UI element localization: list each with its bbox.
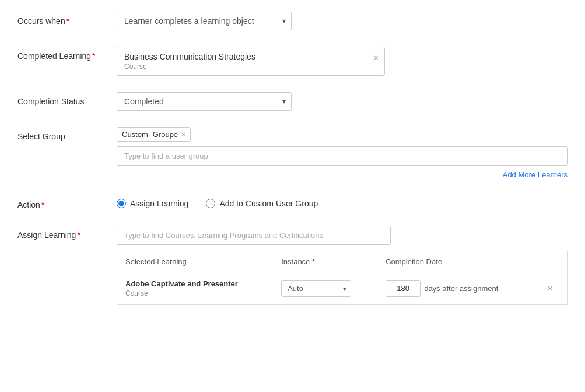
occurs-when-label: Occurs when* xyxy=(17,12,117,26)
assign-learning-label-text: Assign Learning xyxy=(17,230,76,240)
tags-area: Custom- Groupe × xyxy=(117,127,568,142)
completed-learning-label-text: Completed Learning xyxy=(17,51,91,61)
occurs-when-select-wrapper: Learner completes a learning object ▾ xyxy=(117,12,292,30)
action-assign-learning-label: Assign Learning xyxy=(130,199,188,208)
learning-table-header-row: Selected Learning Instance * Completion … xyxy=(117,251,568,272)
table-row-close-button[interactable]: × xyxy=(548,284,553,294)
completed-learning-required-star: * xyxy=(92,51,95,61)
instance-select[interactable]: Auto Manual xyxy=(281,280,351,297)
select-group-label: Select Group xyxy=(17,127,117,141)
action-add-to-group-option[interactable]: Add to Custom User Group xyxy=(206,199,318,208)
learning-table: Selected Learning Instance * Completion … xyxy=(117,251,568,305)
occurs-when-control: Learner completes a learning object ▾ xyxy=(117,12,568,30)
occurs-when-select[interactable]: Learner completes a learning object xyxy=(117,12,292,30)
learning-table-head: Selected Learning Instance * Completion … xyxy=(117,251,568,272)
action-add-to-group-radio[interactable] xyxy=(206,199,215,208)
assign-learning-row: Assign Learning* Selected Learning Insta… xyxy=(17,226,568,305)
user-group-search-input[interactable] xyxy=(117,146,568,166)
tag-custom-groupe: Custom- Groupe × xyxy=(117,127,191,142)
occurs-when-required-star: * xyxy=(66,16,69,26)
table-row: Adobe Captivate and Presenter Course Aut… xyxy=(117,272,568,305)
action-assign-learning-radio[interactable] xyxy=(117,199,126,208)
learning-table-body: Adobe Captivate and Presenter Course Aut… xyxy=(117,272,568,305)
completed-learning-row: Completed Learning* Business Communicati… xyxy=(17,47,568,76)
table-cell-completion-date: days after assignment xyxy=(377,272,533,305)
action-add-to-group-label: Add to Custom User Group xyxy=(219,199,318,208)
select-group-label-text: Select Group xyxy=(17,132,65,141)
completed-learning-label: Completed Learning* xyxy=(17,47,117,61)
assign-learning-search-input[interactable] xyxy=(117,226,391,245)
completion-status-row: Completion Status Completed In Progress … xyxy=(17,92,568,111)
completion-status-select-wrapper: Completed In Progress Not Started ▾ xyxy=(117,92,292,111)
action-assign-learning-option[interactable]: Assign Learning xyxy=(117,199,188,208)
occurs-when-row: Occurs when* Learner completes a learnin… xyxy=(17,12,568,30)
occurs-when-label-text: Occurs when xyxy=(17,16,65,26)
table-course-type: Course xyxy=(125,289,265,298)
table-cell-instance: Auto Manual ▾ xyxy=(273,272,377,305)
completion-status-control: Completed In Progress Not Started ▾ xyxy=(117,92,568,111)
action-label-text: Action xyxy=(17,200,40,209)
col-actions xyxy=(534,251,568,272)
completed-learning-box: Business Communication Strategies Course… xyxy=(117,47,385,76)
table-cell-course: Adobe Captivate and Presenter Course xyxy=(117,272,274,305)
action-row: Action* Assign Learning Add to Custom Us… xyxy=(17,195,568,209)
completed-learning-close-button[interactable]: × xyxy=(374,53,379,62)
action-control: Assign Learning Add to Custom User Group xyxy=(117,195,568,208)
col-selected-learning: Selected Learning xyxy=(117,251,274,272)
action-label: Action* xyxy=(17,195,117,209)
add-more-learners-link[interactable]: Add More Learners xyxy=(117,170,568,179)
action-radio-group: Assign Learning Add to Custom User Group xyxy=(117,195,568,208)
completion-date-cell: days after assignment xyxy=(386,280,525,297)
completed-learning-control: Business Communication Strategies Course… xyxy=(117,47,568,76)
completion-status-label: Completion Status xyxy=(17,92,117,106)
assign-learning-required-star: * xyxy=(77,230,80,240)
assign-learning-control: Selected Learning Instance * Completion … xyxy=(117,226,568,305)
select-group-row: Select Group Custom- Groupe × Add More L… xyxy=(17,127,568,179)
completion-status-label-text: Completion Status xyxy=(17,97,84,106)
table-cell-row-close: × xyxy=(534,272,568,305)
completion-status-select[interactable]: Completed In Progress Not Started xyxy=(117,92,292,111)
instance-select-wrapper: Auto Manual ▾ xyxy=(281,280,351,297)
days-after-label: days after assignment xyxy=(424,284,498,293)
col-completion-date: Completion Date xyxy=(377,251,533,272)
tag-label: Custom- Groupe xyxy=(122,130,178,139)
tag-close-button[interactable]: × xyxy=(181,131,185,139)
select-group-control: Custom- Groupe × Add More Learners xyxy=(117,127,568,179)
days-input[interactable] xyxy=(386,280,421,297)
completed-learning-course-name: Business Communication Strategies xyxy=(124,52,377,61)
action-required-star: * xyxy=(41,200,44,209)
completed-learning-course-type: Course xyxy=(124,62,377,71)
col-instance: Instance * xyxy=(273,251,377,272)
table-course-name: Adobe Captivate and Presenter xyxy=(125,279,265,288)
assign-learning-label: Assign Learning* xyxy=(17,226,117,240)
